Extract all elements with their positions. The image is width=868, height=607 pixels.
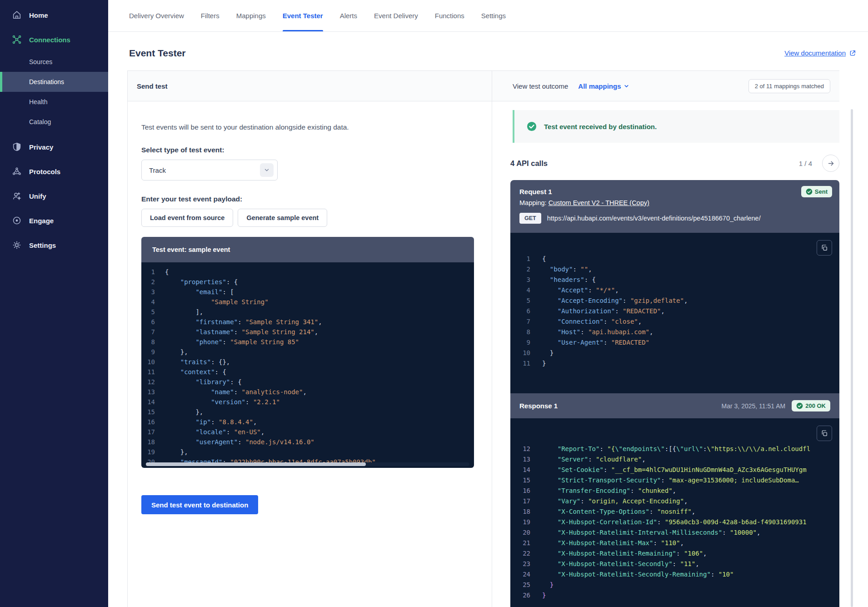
payload-editor-title: Test event: sample event: [141, 237, 474, 262]
external-link-icon: [849, 50, 856, 57]
content: Send test Test events will be sent to yo…: [127, 70, 839, 607]
app-window: Home Connections Sources Destinations He…: [0, 0, 868, 607]
tab-settings[interactable]: Settings: [481, 0, 506, 31]
sidebar-item-catalog[interactable]: Catalog: [0, 112, 108, 132]
sidebar-item-connections[interactable]: Connections: [0, 27, 108, 52]
copy-request-button[interactable]: [817, 240, 832, 256]
response-header: Response 1 Mar 3, 2025, 11:51 AM 200 OK: [510, 393, 839, 418]
generate-sample-button[interactable]: Generate sample event: [238, 209, 327, 227]
code-line: 14 "version": "2.2.1": [141, 397, 474, 407]
payload-buttons: Load event from source Generate sample e…: [141, 209, 474, 227]
check-circle-icon: [796, 402, 803, 409]
sidebar: Home Connections Sources Destinations He…: [0, 0, 108, 607]
code-line: 2 "properties": {: [141, 277, 474, 287]
sidebar-item-unify[interactable]: Unify: [0, 184, 108, 208]
all-mappings-label: All mappings: [578, 82, 621, 90]
code-line: 5 "Accept-Encoding": "gzip,deflate",: [510, 296, 839, 306]
code-line: 15 "Strict-Transport-Security": "max-age…: [510, 475, 839, 486]
code-line: 7 "Connection": "close",: [510, 316, 839, 327]
sidebar-item-health[interactable]: Health: [0, 92, 108, 112]
sidebar-item-sources[interactable]: Sources: [0, 52, 108, 72]
code-line: 6 "firstname": "Sample String 341",: [141, 317, 474, 327]
sidebar-item-settings[interactable]: Settings: [0, 233, 108, 257]
test-outcome-panel: View test outcome All mappings 2 of 11 m…: [492, 71, 839, 607]
tab-event-delivery[interactable]: Event Delivery: [374, 0, 418, 31]
payload-editor-code[interactable]: 1{2 "properties": {3 "email": [4 "Sample…: [141, 262, 474, 468]
code-line: 10 "traits": {},: [141, 357, 474, 367]
code-line: 13 "name": "analytics-node",: [141, 387, 474, 397]
code-line: 16 "Transfer-Encoding": "chunked",: [510, 486, 839, 496]
load-event-button[interactable]: Load event from source: [141, 209, 233, 227]
code-line: 23 "X-Hubspot-Ratelimit-Secondly": "11",: [510, 559, 839, 569]
code-line: 8 "phone": "Sample String 85": [141, 337, 474, 347]
code-line: 10 }: [510, 348, 839, 358]
sidebar-item-protocols[interactable]: Protocols: [0, 159, 108, 184]
send-test-title: Send test: [137, 82, 168, 90]
code-line: 13 "Server": "cloudflare",: [510, 454, 839, 465]
tab-filters[interactable]: Filters: [201, 0, 219, 31]
pagination-label: 1 / 4: [799, 160, 812, 167]
tab-alerts[interactable]: Alerts: [340, 0, 357, 31]
mappings-matched-badge: 2 of 11 mappings matched: [748, 79, 830, 93]
code-line: 6 "Authorization": "REDACTED",: [510, 306, 839, 316]
code-line: 14 "Set-Cookie": "__cf_bm=4hlC7wuDU1HinN…: [510, 465, 839, 475]
code-line: 4 "Sample String": [141, 297, 474, 307]
sidebar-item-label: Connections: [29, 36, 70, 44]
request-header: Request 1 Sent Mapping: Custom Event V2 …: [510, 180, 839, 233]
mapping-link[interactable]: Custom Event V2 - THREE (Copy): [549, 199, 649, 206]
sidebar-item-label: Unify: [29, 192, 46, 200]
request-code[interactable]: 1{2 "body": "",3 "headers": {4 "Accept":…: [510, 233, 839, 393]
arrow-right-icon: [827, 160, 835, 167]
send-test-intro: Test events will be sent to your destina…: [141, 123, 474, 131]
code-line: 18 "userAgent": "node.js/v14.16.0": [141, 437, 474, 447]
sidebar-item-destinations[interactable]: Destinations: [0, 72, 108, 92]
test-outcome-body: Test event received by destination. 4 AP…: [492, 101, 839, 607]
sidebar-item-privacy[interactable]: Privacy: [0, 135, 108, 159]
api-calls-row: 4 API calls 1 / 4: [510, 155, 839, 172]
code-line: 3 "email": [: [141, 287, 474, 297]
code-line: 3 "headers": {: [510, 275, 839, 285]
tab-delivery-overview[interactable]: Delivery Overview: [129, 0, 184, 31]
page-scrollbar[interactable]: [851, 109, 853, 607]
sidebar-item-label: Home: [29, 11, 48, 19]
code-line: 9 },: [141, 347, 474, 357]
sidebar-item-label: Catalog: [29, 118, 51, 125]
send-test-body: Test events will be sent to your destina…: [128, 101, 492, 514]
next-call-button[interactable]: [822, 155, 839, 172]
sent-status-badge: Sent: [801, 186, 832, 197]
tab-bar: Delivery Overview Filters Mappings Event…: [108, 0, 868, 32]
protocols-icon: [12, 166, 22, 176]
page-header: Event Tester View documentation: [108, 32, 868, 70]
tab-event-tester[interactable]: Event Tester: [283, 0, 323, 31]
code-line: 8 "Host": "api.hubapi.com",: [510, 327, 839, 337]
response-code[interactable]: 12 "Report-To": "{\"endpoints\":[{\"url\…: [510, 418, 839, 607]
event-type-select[interactable]: Track: [141, 160, 278, 181]
chevron-down-icon: [260, 163, 274, 177]
sidebar-item-engage[interactable]: Engage: [0, 208, 108, 233]
request-url: https://api.hubapi.com/events/v3/event-d…: [547, 215, 761, 222]
code-line: 5 ],: [141, 307, 474, 317]
copy-response-button[interactable]: [817, 426, 832, 441]
response-status-label: 200 OK: [805, 402, 826, 409]
sidebar-item-home[interactable]: Home: [0, 3, 108, 27]
scrollbar-thumb[interactable]: [146, 462, 366, 466]
code-line: 1{: [510, 254, 839, 264]
copy-icon: [821, 244, 828, 251]
send-test-event-button[interactable]: Send test event to destination: [141, 495, 258, 514]
request-url-row: GET https://api.hubapi.com/events/v3/eve…: [519, 213, 830, 224]
code-line: 11 "context": {: [141, 367, 474, 377]
code-line: 26}: [510, 590, 839, 601]
view-documentation-link[interactable]: View documentation: [784, 49, 856, 57]
all-mappings-dropdown[interactable]: All mappings: [578, 82, 629, 90]
gear-icon: [12, 240, 22, 250]
code-line: 2 "body": "",: [510, 264, 839, 275]
tab-functions[interactable]: Functions: [435, 0, 464, 31]
page-title: Event Tester: [129, 48, 186, 59]
chevron-down-icon: [624, 83, 629, 89]
view-test-outcome-label: View test outcome: [513, 82, 568, 90]
sidebar-item-label: Settings: [29, 241, 56, 249]
horizontal-scrollbar[interactable]: [146, 462, 469, 466]
tab-mappings[interactable]: Mappings: [236, 0, 266, 31]
code-line: 7 "lastname": "Sample String 214",: [141, 327, 474, 337]
check-circle-icon: [806, 188, 813, 195]
